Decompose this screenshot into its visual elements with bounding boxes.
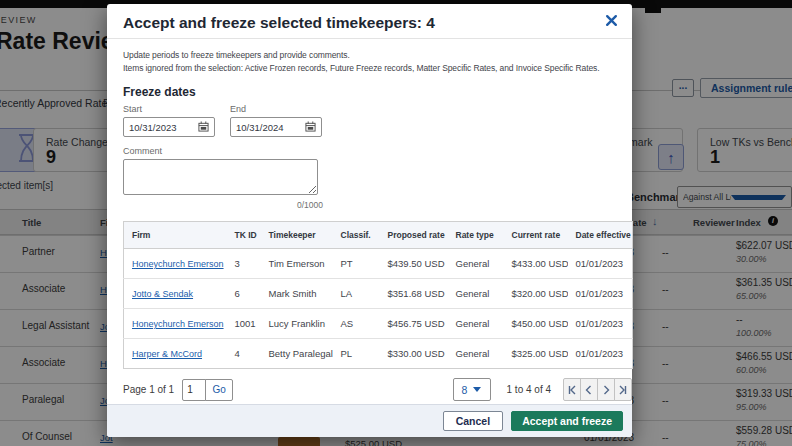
column-header: Timekeeper <box>261 222 333 249</box>
modal-title: Accept and freeze selected timekeepers: … <box>123 14 435 31</box>
cell-rate_type: General <box>448 309 504 339</box>
column-header: Rate type <box>448 222 504 249</box>
cell-tk_id: 4 <box>227 339 261 369</box>
next-page-icon[interactable] <box>597 378 615 401</box>
freeze-dates-heading: Freeze dates <box>123 85 616 99</box>
modal-footer: Cancel Accept and freeze <box>107 404 632 437</box>
modal-table-body: Honeychurch Emerson3Tim EmersonPT$439.50… <box>124 249 633 369</box>
cell-rate_type: General <box>448 249 504 279</box>
end-label: End <box>230 104 322 114</box>
cell-proposed_rate: $439.50 USD <box>380 249 448 279</box>
cell-current_rate: $450.00 USD <box>504 309 568 339</box>
cancel-button[interactable]: Cancel <box>443 411 503 431</box>
pagination-bar: Page 1 of 1 Go 8 1 to 4 of 4 <box>123 378 632 401</box>
end-date-input[interactable] <box>236 122 305 133</box>
cell-firm: Harper & McCord <box>124 339 227 369</box>
go-button[interactable]: Go <box>205 379 233 401</box>
page-number-input[interactable] <box>182 379 206 401</box>
comment-textarea[interactable] <box>123 159 318 195</box>
cell-tk_id: 3 <box>227 249 261 279</box>
cell-date_effective: 01/01/2023 <box>568 339 633 369</box>
cell-classif: PT <box>333 249 380 279</box>
table-row: Honeychurch Emerson3Tim EmersonPT$439.50… <box>124 249 633 279</box>
column-header: Firm <box>124 222 227 249</box>
first-page-icon[interactable] <box>563 378 581 401</box>
table-row: Harper & McCord4Betty ParalegalPL$330.00… <box>124 339 633 369</box>
pagination-nav <box>563 378 632 401</box>
table-row: Honeychurch Emerson1001Lucy FranklinAS$4… <box>124 309 633 339</box>
intro-line-2: Items ignored from the selection: Active… <box>123 62 616 75</box>
calendar-icon[interactable] <box>305 118 316 136</box>
cell-proposed_rate: $456.75 USD <box>380 309 448 339</box>
cell-date_effective: 01/01/2023 <box>568 279 633 309</box>
cell-firm: Jotto & Sendak <box>124 279 227 309</box>
cell-timekeeper: Tim Emerson <box>261 249 333 279</box>
cell-tk_id: 1001 <box>227 309 261 339</box>
column-header: Date effective <box>568 222 633 249</box>
accept-freeze-modal: Accept and freeze selected timekeepers: … <box>107 4 632 437</box>
timekeeper-table: FirmTK IDTimekeeperClassif.Proposed rate… <box>123 221 633 369</box>
cell-timekeeper: Betty Paralegal <box>261 339 333 369</box>
column-header: TK ID <box>227 222 261 249</box>
cell-classif: AS <box>333 309 380 339</box>
cell-date_effective: 01/01/2023 <box>568 249 633 279</box>
cell-classif: LA <box>333 279 380 309</box>
cell-rate_type: General <box>448 339 504 369</box>
modal-table-header-row: FirmTK IDTimekeeperClassif.Proposed rate… <box>124 222 633 249</box>
accept-and-freeze-button[interactable]: Accept and freeze <box>511 411 623 431</box>
cell-current_rate: $320.00 USD <box>504 279 568 309</box>
firm-link[interactable]: Harper & McCord <box>132 349 202 359</box>
start-label: Start <box>123 104 215 114</box>
prev-page-icon[interactable] <box>580 378 598 401</box>
firm-link[interactable]: Jotto & Sendak <box>132 289 193 299</box>
page-size-dropdown[interactable]: 8 <box>453 378 491 401</box>
cell-current_rate: $433.00 USD <box>504 249 568 279</box>
calendar-icon[interactable] <box>198 118 209 136</box>
char-counter: 0/1000 <box>123 200 323 210</box>
column-header: Proposed rate <box>380 222 448 249</box>
cell-firm: Honeychurch Emerson <box>124 249 227 279</box>
start-date-field: Start <box>123 104 215 137</box>
cell-date_effective: 01/01/2023 <box>568 309 633 339</box>
cell-firm: Honeychurch Emerson <box>124 309 227 339</box>
chevron-down-icon <box>473 387 481 392</box>
page-label: Page 1 of 1 <box>123 384 174 395</box>
last-page-icon[interactable] <box>614 378 632 401</box>
modal-body: Update periods to freeze timekeepers and… <box>107 39 632 401</box>
firm-link[interactable]: Honeychurch Emerson <box>132 319 224 329</box>
cell-tk_id: 6 <box>227 279 261 309</box>
page-size-value: 8 <box>462 384 468 396</box>
table-row: Jotto & Sendak6Mark SmithLA$351.68 USDGe… <box>124 279 633 309</box>
intro-line-1: Update periods to freeze timekeepers and… <box>123 49 616 62</box>
column-header: Current rate <box>504 222 568 249</box>
cell-proposed_rate: $351.68 USD <box>380 279 448 309</box>
start-date-input[interactable] <box>129 122 198 133</box>
cell-proposed_rate: $330.00 USD <box>380 339 448 369</box>
freeze-date-fields: Start End <box>123 104 616 137</box>
cell-timekeeper: Lucy Franklin <box>261 309 333 339</box>
comment-label: Comment <box>123 146 616 156</box>
end-date-input-box <box>230 117 322 137</box>
close-icon[interactable] <box>603 14 619 30</box>
end-date-field: End <box>230 104 322 137</box>
start-date-input-box <box>123 117 215 137</box>
screen: RATE REVIEW Rate Review Recently Approve… <box>0 0 792 446</box>
column-header: Classif. <box>333 222 380 249</box>
cell-rate_type: General <box>448 279 504 309</box>
firm-link[interactable]: Honeychurch Emerson <box>132 259 224 269</box>
cell-classif: PL <box>333 339 380 369</box>
cell-timekeeper: Mark Smith <box>261 279 333 309</box>
range-label: 1 to 4 of 4 <box>507 384 551 395</box>
modal-header: Accept and freeze selected timekeepers: … <box>107 4 632 39</box>
cell-current_rate: $325.00 USD <box>504 339 568 369</box>
